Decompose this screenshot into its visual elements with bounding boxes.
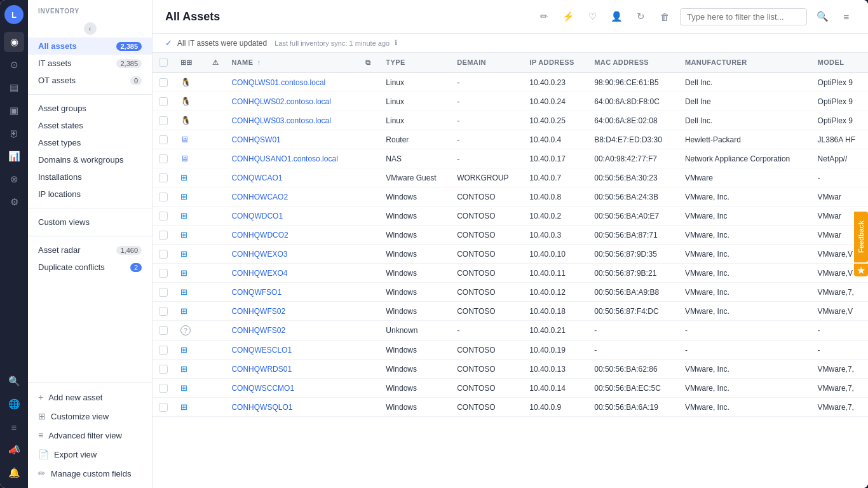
nav-shield[interactable]: ⛨ [4, 123, 24, 144]
row-checkbox[interactable] [153, 283, 174, 302]
sidebar-item-asset-types[interactable]: Asset types [28, 134, 152, 151]
row-name[interactable]: CONHQWFS02 [225, 321, 359, 341]
sidebar-item-domains[interactable]: Domains & workgroups [28, 151, 152, 168]
row-checkbox[interactable] [153, 341, 174, 360]
row-checkbox[interactable] [153, 111, 174, 130]
col-type[interactable]: TYPE [379, 53, 451, 72]
row-checkbox[interactable] [153, 245, 174, 264]
sidebar-item-custom-views[interactable]: Custom views [28, 214, 152, 231]
row-checkbox[interactable] [153, 398, 174, 417]
row-name[interactable]: CONHQWEXO3 [225, 245, 359, 264]
row-checkbox[interactable] [153, 72, 174, 92]
row-checkbox[interactable] [153, 302, 174, 321]
row-name[interactable]: CONHOWCAO2 [225, 187, 359, 207]
nav-settings[interactable]: ⚙ [4, 192, 24, 212]
row-checkbox[interactable] [153, 264, 174, 283]
nav-chart[interactable]: 📊 [4, 146, 24, 166]
filter-input[interactable] [680, 8, 807, 25]
nav-list[interactable]: ≡ [4, 417, 24, 437]
advanced-filter-button[interactable]: ≡ Advanced filter view [28, 426, 152, 445]
row-name[interactable]: CONQLWS01.contoso.local [225, 72, 359, 92]
row-copy[interactable] [359, 283, 379, 302]
row-copy[interactable] [359, 379, 379, 398]
row-name[interactable]: CONHQWDCO2 [225, 226, 359, 245]
col-model[interactable]: MODEL [811, 53, 868, 72]
row-checkbox[interactable] [153, 321, 174, 341]
nav-network[interactable]: ⊗ [4, 169, 24, 189]
row-copy[interactable] [359, 168, 379, 187]
sidebar-item-ot-assets[interactable]: OT assets 0 [28, 72, 152, 89]
customize-view-button[interactable]: ⊞ Customize view [28, 407, 152, 426]
row-copy[interactable] [359, 130, 379, 149]
row-checkbox[interactable] [153, 149, 174, 168]
col-ip[interactable]: IP ADDRESS [523, 53, 588, 72]
sidebar-item-ip-locations[interactable]: IP locations [28, 186, 152, 203]
nav-screen[interactable]: ▣ [4, 100, 24, 121]
row-name[interactable]: CONHQWEXO4 [225, 264, 359, 283]
nav-graph[interactable]: ⊙ [4, 55, 24, 75]
col-name[interactable]: NAME ↑ [225, 53, 359, 72]
export-view-button[interactable]: 📄 Export view [28, 445, 152, 464]
row-copy[interactable] [359, 111, 379, 130]
sidebar-item-asset-radar[interactable]: Asset radar 1,460 [28, 241, 152, 259]
row-checkbox[interactable] [153, 379, 174, 398]
row-name[interactable]: CONHQLWS02.contoso.local [225, 92, 359, 111]
row-copy[interactable] [359, 149, 379, 168]
link-button[interactable]: ⚡ [559, 8, 577, 25]
row-name[interactable]: CONQWDCO1 [225, 207, 359, 226]
row-name[interactable]: CONQWESCLO1 [225, 341, 359, 360]
row-name[interactable]: CONHQWSQLO1 [225, 398, 359, 417]
row-checkbox[interactable] [153, 207, 174, 226]
row-copy[interactable] [359, 245, 379, 264]
search-icon[interactable]: 🔍 [813, 8, 831, 25]
row-checkbox[interactable] [153, 92, 174, 111]
row-copy[interactable] [359, 226, 379, 245]
nav-monitor[interactable]: ▤ [4, 78, 24, 98]
sidebar-item-it-assets[interactable]: IT assets 2,385 [28, 55, 152, 72]
row-copy[interactable] [359, 92, 379, 111]
row-name[interactable]: CONHQUSANO1.contoso.local [225, 149, 359, 168]
feedback-button[interactable]: Feedback [854, 212, 868, 262]
refresh-button[interactable]: ↻ [632, 8, 649, 25]
row-checkbox[interactable] [153, 226, 174, 245]
nav-bell[interactable]: 🔔 [4, 463, 24, 483]
nav-search-bottom[interactable]: 🔍 [4, 371, 24, 391]
user-avatar[interactable]: L [4, 5, 24, 24]
row-checkbox[interactable] [153, 168, 174, 187]
nav-megaphone[interactable]: 📣 [4, 440, 24, 460]
row-name[interactable]: CONQWCAO1 [225, 168, 359, 187]
row-name[interactable]: CONQWFSO1 [225, 283, 359, 302]
sidebar-item-asset-groups[interactable]: Asset groups [28, 100, 152, 117]
collapse-button[interactable]: ‹ [84, 22, 97, 35]
row-name[interactable]: CONQWSCCMO1 [225, 379, 359, 398]
col-mac[interactable]: MAC ADDRESS [588, 53, 679, 72]
row-name[interactable]: CONHQWFS02 [225, 302, 359, 321]
delete-button[interactable]: 🗑 [656, 8, 674, 25]
row-copy[interactable] [359, 341, 379, 360]
col-manufacturer[interactable]: MANUFACTURER [679, 53, 811, 72]
row-copy[interactable] [359, 72, 379, 92]
sidebar-item-asset-states[interactable]: Asset states [28, 117, 152, 134]
row-copy[interactable] [359, 207, 379, 226]
col-domain[interactable]: DEMAIN [451, 53, 523, 72]
row-checkbox[interactable] [153, 187, 174, 207]
row-copy[interactable] [359, 187, 379, 207]
advanced-filter-icon[interactable]: ≡ [837, 8, 855, 25]
row-checkbox[interactable] [153, 360, 174, 379]
add-new-asset-button[interactable]: + Add new asset [28, 388, 152, 407]
edit-button[interactable]: ✏ [535, 8, 553, 25]
row-copy[interactable] [359, 264, 379, 283]
sidebar-item-duplicate-conflicts[interactable]: Duplicate conflicts 2 [28, 259, 152, 276]
nav-globe[interactable]: 🌐 [4, 394, 24, 414]
row-copy[interactable] [359, 398, 379, 417]
row-name[interactable]: CONHQLWS03.contoso.local [225, 111, 359, 130]
favorite-button[interactable]: ♡ [583, 8, 601, 25]
manage-custom-fields-button[interactable]: ✏ Manage custom fields [28, 464, 152, 483]
col-checkbox[interactable] [153, 53, 174, 72]
row-name[interactable]: CONHQWRDS01 [225, 360, 359, 379]
nav-dashboard[interactable]: ◉ [4, 32, 24, 52]
row-copy[interactable] [359, 321, 379, 341]
share-button[interactable]: 👤 [607, 8, 625, 25]
row-copy[interactable] [359, 360, 379, 379]
sidebar-item-all-assets[interactable]: All assets 2,385 [28, 37, 152, 55]
